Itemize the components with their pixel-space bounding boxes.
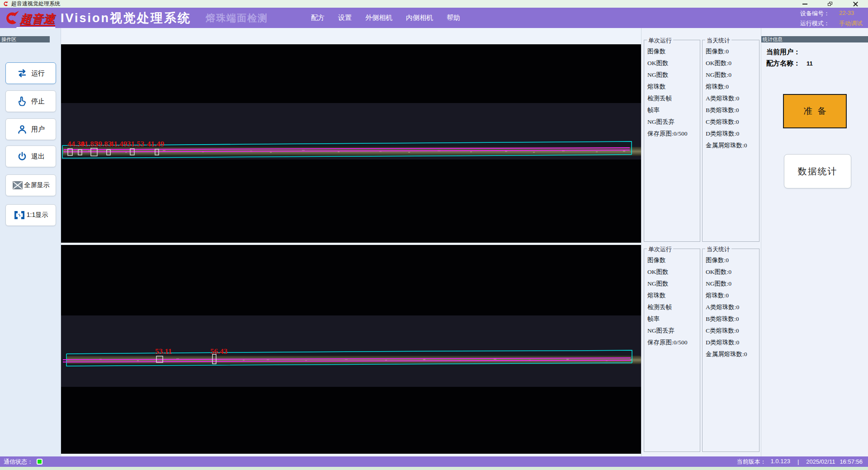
one-to-one-button-label: 1:1显示 (27, 211, 48, 219)
stat-row: NG图数 (647, 280, 700, 291)
fullscreen-button[interactable]: 全屏显示 (5, 174, 56, 196)
brand-swoosh-icon (3, 10, 20, 26)
single-run-groupbox-bottom: 单次运行 图像数OK图数NG图数熔珠数检测丢帧帧率NG图丢弃保存原图:0/500 (644, 249, 700, 452)
stat-row: NG图数:0 (706, 71, 759, 83)
statusbar-right: 当前版本： 1.0.123 | 2025/02/11 16:57:56 (737, 458, 863, 466)
ready-button[interactable]: 准备 (783, 94, 847, 128)
app-subtitle: 熔珠端面检测 (206, 12, 268, 24)
stat-row: 保存原图:0/500 (647, 338, 700, 350)
stat-row: 帧率 (647, 315, 700, 327)
stat-row: 保存原图:0/500 (647, 130, 700, 141)
device-number-value: 22-33 (839, 9, 854, 18)
statistics-column: 单次运行 图像数OK图数NG图数熔珠数检测丢帧帧率NG图丢弃保存原图:0/500… (641, 28, 761, 456)
measurement-label: 41.49 (110, 140, 127, 149)
swap-arrows-icon (17, 68, 28, 79)
comm-status-label: 通信状态： (4, 458, 33, 466)
run-mode-label: 运行模式： (800, 19, 833, 28)
minimize-button[interactable] (792, 0, 817, 8)
stat-row: 检测丢帧 (647, 94, 700, 106)
close-icon (853, 1, 858, 6)
daily-stats-groupbox-top: 当天统计 图像数:0OK图数:0NG图数:0熔珠数:0A类熔珠数:0B类熔珠数:… (702, 40, 760, 242)
recipe-name-label: 配方名称： (766, 59, 800, 68)
current-user-label: 当前用户： (766, 48, 800, 56)
stat-row: 图像数 (647, 47, 700, 59)
one-to-one-icon (14, 210, 25, 220)
user-button-label: 用户 (31, 125, 45, 134)
stat-row: B类熔珠数:0 (706, 315, 759, 327)
measurement-label: 39.83 (94, 140, 112, 149)
stat-row: OK图数:0 (706, 268, 759, 280)
single-run-groupbox-top: 单次运行 图像数OK图数NG图数熔珠数检测丢帧帧率NG图丢弃保存原图:0/500 (644, 40, 700, 242)
daily-stats-title: 当天统计 (705, 245, 731, 254)
power-icon (17, 151, 28, 162)
measurement-label: 56.43 (210, 347, 227, 356)
brand-logo: 超音速 (3, 10, 55, 26)
stat-row: 帧率 (647, 106, 700, 118)
camera-view-inner: 53.11 56.43 (61, 245, 641, 454)
version-value: 1.0.123 (771, 458, 790, 466)
desktop-edge (0, 467, 868, 470)
user-button[interactable]: 用户 (5, 118, 56, 140)
info-panel: 统计信息 当前用户： 配方名称： 11 准备 数据统计 (761, 28, 868, 456)
one-to-one-button[interactable]: 1:1显示 (5, 204, 56, 226)
exit-button[interactable]: 退出 (5, 146, 56, 167)
menu-item[interactable]: 内侧相机 (406, 14, 433, 22)
statistics-info-title: 统计信息 (761, 36, 868, 42)
close-button[interactable] (843, 0, 868, 8)
menu-item[interactable]: 配方 (311, 14, 325, 22)
stat-row: 熔珠数 (647, 83, 700, 94)
hand-stop-icon (17, 96, 28, 107)
menu-item[interactable]: 帮助 (447, 14, 460, 22)
measurement-label: 31.53 (127, 140, 144, 149)
status-date: 2025/02/11 (806, 458, 835, 465)
stat-row: OK图数 (647, 268, 700, 280)
device-number-label: 设备编号： (800, 9, 833, 18)
app-title: IVision视觉处理系统 (61, 10, 191, 26)
daily-stats-title: 当天统计 (705, 37, 731, 45)
run-button-label: 运行 (31, 69, 45, 78)
measurement-label: 41.49 (147, 140, 164, 149)
measurement-label: 53.11 (155, 347, 172, 356)
header-status: 设备编号：22-33 运行模式：手动调试 (800, 9, 863, 28)
statusbar-divider: | (797, 458, 799, 465)
menu-item[interactable]: 外侧相机 (365, 14, 392, 22)
single-run-title: 单次运行 (647, 37, 673, 45)
brand-name: 超音速 (20, 13, 55, 26)
restore-button[interactable] (817, 0, 843, 8)
restore-icon (828, 2, 832, 6)
app-logo-icon (3, 1, 9, 7)
window-title: 超音速视觉处理系统 (11, 0, 60, 8)
single-run-title: 单次运行 (647, 245, 673, 254)
data-statistics-button[interactable]: 数据统计 (784, 154, 851, 188)
version-label: 当前版本： (737, 458, 766, 466)
run-mode-value: 手动调试 (839, 19, 863, 28)
camera-view-outer: 44.39 41.85 39.83 41.49 31.53 41.49 (61, 44, 641, 243)
operation-area-title: 操作区 (0, 36, 50, 42)
stat-row: A类熔珠数:0 (706, 303, 759, 315)
recipe-name-value: 11 (807, 60, 813, 67)
main-menu: 配方设置外侧相机内侧相机帮助 (311, 14, 460, 22)
stat-row: A类熔珠数:0 (706, 94, 759, 106)
app-window: 超音速视觉处理系统 超音速 IVision视觉处理系统 熔珠端面检测 配方设置外… (0, 0, 868, 470)
stat-row: 熔珠数 (647, 291, 700, 303)
stat-row: 检测丢帧 (647, 303, 700, 315)
run-button[interactable]: 运行 (5, 62, 56, 84)
inner-detection-overlay (61, 245, 641, 454)
fullscreen-button-label: 全屏显示 (24, 181, 50, 189)
stat-row: C类熔珠数:0 (706, 327, 759, 338)
menu-item[interactable]: 设置 (338, 14, 352, 22)
stop-button-label: 停止 (31, 97, 45, 106)
stat-row: NG图丢弃 (647, 118, 700, 130)
stat-row: 熔珠数:0 (706, 291, 759, 303)
fullscreen-icon (12, 180, 23, 190)
stat-row: OK图数 (647, 59, 700, 71)
stat-row: 图像数:0 (706, 256, 759, 268)
titlebar: 超音速视觉处理系统 (0, 0, 868, 8)
status-time: 16:57:56 (840, 458, 863, 465)
stat-row: OK图数:0 (706, 59, 759, 71)
stat-row: NG图数:0 (706, 280, 759, 291)
stat-row: NG图丢弃 (647, 327, 700, 338)
stop-button[interactable]: 停止 (5, 90, 56, 112)
stat-row: 熔珠数:0 (706, 83, 759, 94)
stat-row: 图像数 (647, 256, 700, 268)
